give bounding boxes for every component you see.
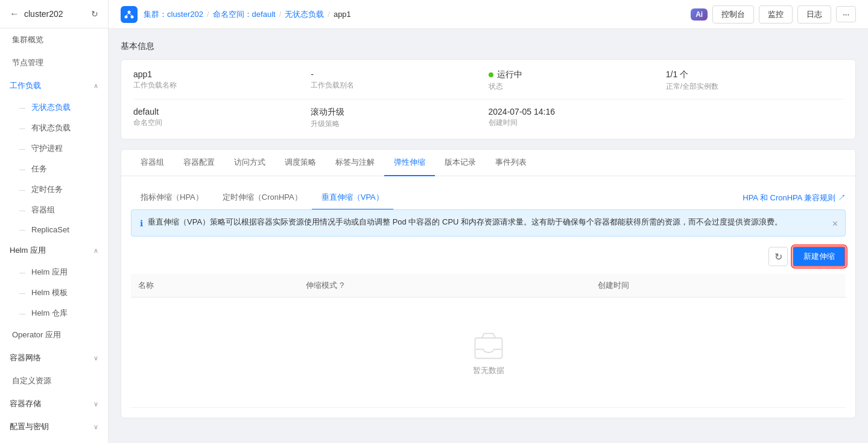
instances-value: 1/1 个 <box>666 69 843 80</box>
ai-button[interactable]: Ai <box>691 8 708 21</box>
sidebar-sub-item-label: 容器组 <box>31 205 55 215</box>
breadcrumb-sep-1: / <box>207 10 209 19</box>
cluster-icon <box>124 10 134 19</box>
tabs-container: 容器组 容器配置 访问方式 调度策略 标签与注解 弹性伸缩 版本记录 事件列表 … <box>121 149 856 418</box>
tabs-nav: 容器组 容器配置 访问方式 调度策略 标签与注解 弹性伸缩 版本记录 事件列表 <box>121 150 855 176</box>
logs-button[interactable]: 日志 <box>797 5 831 24</box>
back-button[interactable]: ← <box>10 8 19 19</box>
tab-schedule-policy[interactable]: 调度策略 <box>275 150 326 176</box>
monitor-button[interactable]: 监控 <box>759 5 793 24</box>
namespace-label: 命名空间 <box>133 118 311 128</box>
sidebar-sub-item-helm-templates[interactable]: Helm 模板 <box>0 282 108 303</box>
sub-tab-vpa[interactable]: 垂直伸缩（VPA） <box>312 186 393 210</box>
cluster-name: cluster202 <box>24 9 86 19</box>
sidebar-group-config-secrets[interactable]: 配置与密钥 ∨ <box>0 415 108 438</box>
sidebar-item-operator-app[interactable]: Operator 应用 <box>0 323 108 346</box>
breadcrumb-cluster[interactable]: 集群：cluster202 <box>144 9 203 20</box>
strategy-value: 滚动升级 <box>311 107 488 118</box>
tab-version-record[interactable]: 版本记录 <box>435 150 486 176</box>
sidebar-sub-item-helm-apps[interactable]: Helm 应用 <box>0 262 108 282</box>
info-icon: ℹ <box>140 217 143 230</box>
tab-container-config[interactable]: 容器配置 <box>174 150 224 176</box>
table-toolbar: ↻ 新建伸缩 <box>131 246 846 267</box>
sidebar-item-label: 自定义资源 <box>12 375 51 386</box>
info-item-namespace: default 命名空间 <box>133 107 311 129</box>
sidebar-item-label: 容器网络 <box>10 352 41 363</box>
topbar-actions: Ai 控制台 监控 日志 ··· <box>691 5 856 24</box>
sidebar-item-label: 配置与密钥 <box>10 421 49 432</box>
sidebar-item-custom-resources[interactable]: 自定义资源 <box>0 369 108 392</box>
topbar: 集群：cluster202 / 命名空间：default / 无状态负载 / a… <box>109 0 868 29</box>
info-item-status: 运行中 状态 <box>489 69 666 92</box>
vpa-alert-text: 垂直伸缩（VPA）策略可以根据容器实际资源使用情况手动或自动调整 Pod 中容器… <box>148 216 782 229</box>
chevron-down-icon: ∨ <box>93 400 98 408</box>
sidebar: ← cluster202 ↻ 集群概览 节点管理 工作负载 ∧ 无状态负载 有状… <box>0 0 109 443</box>
sidebar-group-container-storage[interactable]: 容器存储 ∨ <box>0 392 108 415</box>
sidebar-sub-item-helm-warehouse[interactable]: Helm 仓库 <box>0 303 108 323</box>
tab-labels-annotations[interactable]: 标签与注解 <box>326 150 384 176</box>
workload-name-label: 工作负载名称 <box>133 80 311 91</box>
alert-close-button[interactable]: × <box>832 216 838 232</box>
sidebar-sub-item-label: Helm 仓库 <box>31 308 68 319</box>
tab-event-list[interactable]: 事件列表 <box>486 150 536 176</box>
info-item-alias: - 工作负载别名 <box>311 69 488 92</box>
tab-access-method[interactable]: 访问方式 <box>224 150 275 176</box>
workload-alias-label: 工作负载别名 <box>311 80 488 91</box>
chevron-up-icon: ∧ <box>93 82 98 90</box>
empty-row: 暂无数据 <box>131 298 846 408</box>
sidebar-sub-item-label: 定时任务 <box>31 184 63 195</box>
sub-tab-hpa[interactable]: 指标伸缩（HPA） <box>131 186 213 210</box>
console-button[interactable]: 控制台 <box>712 5 754 24</box>
sidebar-sub-item-label: 有状态负载 <box>31 123 71 133</box>
sidebar-sub-item-stateless[interactable]: 无状态负载 <box>0 97 108 118</box>
sidebar-group-container-network[interactable]: 容器网络 ∨ <box>0 346 108 369</box>
empty-inbox-icon <box>470 329 507 365</box>
strategy-label: 升级策略 <box>311 119 488 129</box>
breadcrumb-workload[interactable]: 无状态负载 <box>285 9 324 20</box>
empty-state-cell: 暂无数据 <box>131 298 846 408</box>
new-scaling-button[interactable]: 新建伸缩 <box>793 246 846 267</box>
sidebar-sub-item-label: 任务 <box>31 164 47 174</box>
svg-point-0 <box>128 10 131 13</box>
sidebar-item-cluster-overview[interactable]: 集群概览 <box>0 28 108 51</box>
sub-tab-cronhpa[interactable]: 定时伸缩（CronHPA） <box>213 186 312 210</box>
tab-container-group[interactable]: 容器组 <box>131 150 174 176</box>
sidebar-sub-item-daemon[interactable]: 守护进程 <box>0 138 108 159</box>
info-divider <box>133 99 843 100</box>
status-dot <box>489 72 493 77</box>
sub-tabs-nav: 指标伸缩（HPA） 定时伸缩（CronHPA） 垂直伸缩（VPA） <box>131 186 393 209</box>
sidebar-group-workload-header[interactable]: 工作负载 ∧ <box>0 74 108 97</box>
sidebar-sub-item-task[interactable]: 任务 <box>0 159 108 179</box>
svg-point-1 <box>125 15 128 18</box>
create-time-value: 2024-07-05 14:16 <box>489 107 666 116</box>
status-label: 状态 <box>489 81 666 92</box>
hpa-compat-link[interactable]: HPA 和 CronHPA 兼容规则 ↗ <box>743 186 846 209</box>
info-item-create-time: 2024-07-05 14:16 创建时间 <box>489 107 666 129</box>
empty-state: 暂无数据 <box>138 305 838 400</box>
table-refresh-button[interactable]: ↻ <box>768 247 788 266</box>
sidebar-item-node-management[interactable]: 节点管理 <box>0 51 108 74</box>
sidebar-sub-item-container-group[interactable]: 容器组 <box>0 200 108 220</box>
chevron-up-icon: ∧ <box>93 247 98 255</box>
svg-line-4 <box>129 13 132 16</box>
vpa-table: 名称 伸缩模式 ? 创建时间 <box>131 274 846 408</box>
breadcrumb-current: app1 <box>334 10 351 19</box>
chevron-down-icon: ∨ <box>93 423 98 431</box>
sidebar-refresh-button[interactable]: ↻ <box>91 9 98 19</box>
sub-tab-header: 指标伸缩（HPA） 定时伸缩（CronHPA） 垂直伸缩（VPA） HPA 和 … <box>131 186 846 209</box>
sidebar-sub-item-cron-task[interactable]: 定时任务 <box>0 179 108 200</box>
sidebar-item-label: 容器存储 <box>10 398 41 409</box>
chevron-down-icon: ∨ <box>93 354 98 362</box>
tab-content: 指标伸缩（HPA） 定时伸缩（CronHPA） 垂直伸缩（VPA） HPA 和 … <box>121 176 855 418</box>
breadcrumb-namespace[interactable]: 命名空间：default <box>213 9 276 20</box>
info-item-strategy: 滚动升级 升级策略 <box>311 107 488 129</box>
workload-alias-value: - <box>311 69 488 79</box>
sidebar-header: ← cluster202 ↻ <box>0 0 108 28</box>
tab-elastic-scaling[interactable]: 弹性伸缩 <box>384 150 435 176</box>
info-item-name: app1 工作负载名称 <box>133 69 311 92</box>
sidebar-group-helm-header[interactable]: Helm 应用 ∧ <box>0 239 108 262</box>
sidebar-sub-item-replicaset[interactable]: ReplicaSet <box>0 220 108 239</box>
workload-name-value: app1 <box>133 69 311 79</box>
sidebar-sub-item-stateful[interactable]: 有状态负载 <box>0 118 108 138</box>
more-button[interactable]: ··· <box>836 6 856 22</box>
